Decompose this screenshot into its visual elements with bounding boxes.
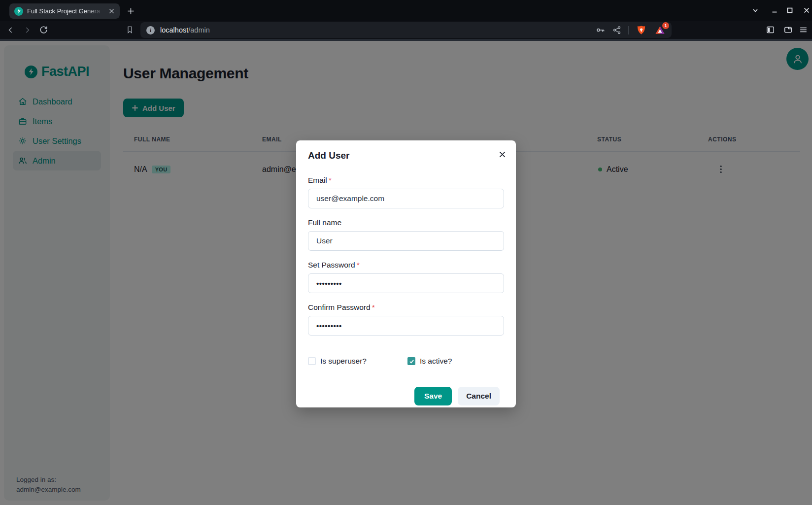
url-bar[interactable]: i localhost /admin	[140, 22, 672, 38]
browser-toolbar: i localhost /admin	[0, 21, 812, 41]
confirm-password-label: Confirm Password*	[308, 303, 504, 312]
site-info-icon[interactable]: i	[146, 26, 155, 34]
tab-strip: Full Stack Project Genera	[0, 0, 812, 21]
wallet-icon[interactable]	[781, 23, 795, 37]
required-asterisk: *	[357, 261, 360, 269]
forward-button[interactable]	[20, 23, 34, 37]
window-maximize-button[interactable]	[783, 4, 796, 16]
checkbox-box[interactable]	[308, 357, 316, 365]
rewards-notification-badge: 1	[662, 22, 669, 29]
password-field[interactable]	[308, 273, 504, 293]
fullname-field[interactable]	[308, 231, 504, 251]
tab-close-icon[interactable]	[107, 7, 116, 16]
password-key-icon[interactable]	[596, 25, 606, 35]
email-field-group: Email*	[308, 176, 504, 218]
url-host: localhost	[160, 26, 188, 34]
modal-close-icon[interactable]	[495, 147, 509, 162]
is-active-checkbox[interactable]: Is active?	[407, 357, 452, 366]
tab-title: Full Stack Project Genera	[27, 7, 103, 15]
sidebar-toggle-icon[interactable]	[763, 23, 777, 37]
fastapi-favicon-icon	[14, 7, 23, 16]
cancel-button[interactable]: Cancel	[458, 387, 500, 405]
password-label: Set Password*	[308, 261, 504, 269]
new-tab-button[interactable]	[124, 4, 137, 17]
password-field-group: Set Password*	[308, 261, 504, 303]
add-user-modal: Add User Email* Full name Set Password* …	[296, 140, 516, 407]
menu-hamburger-icon[interactable]	[796, 23, 810, 37]
modal-title: Add User	[308, 150, 504, 161]
checkbox-box[interactable]	[407, 357, 415, 365]
window-close-button[interactable]	[800, 4, 812, 16]
brave-shield-icon[interactable]	[636, 25, 647, 36]
bookmark-icon[interactable]	[123, 23, 136, 37]
is-active-label: Is active?	[420, 357, 452, 366]
tab-search-chevron-icon[interactable]	[749, 4, 762, 16]
is-superuser-label: Is superuser?	[320, 357, 367, 366]
email-field[interactable]	[308, 189, 504, 208]
page-content: FastAPI Dashboard Items	[0, 41, 812, 505]
reload-button[interactable]	[36, 23, 50, 37]
confirm-password-field-group: Confirm Password*	[308, 303, 504, 345]
window-minimize-button[interactable]	[768, 4, 781, 16]
fullname-label: Full name	[308, 218, 504, 227]
confirm-password-field[interactable]	[308, 316, 504, 336]
required-asterisk: *	[329, 176, 332, 184]
is-superuser-checkbox[interactable]: Is superuser?	[308, 357, 407, 366]
browser-window: Full Stack Project Genera	[0, 0, 812, 505]
back-button[interactable]	[4, 23, 18, 37]
save-button[interactable]: Save	[414, 387, 452, 405]
fullname-field-group: Full name	[308, 218, 504, 261]
email-label: Email*	[308, 176, 504, 185]
required-asterisk: *	[372, 303, 375, 311]
share-icon[interactable]	[612, 26, 621, 34]
toolbar-divider	[628, 26, 629, 34]
url-path: /admin	[188, 26, 210, 34]
browser-tab[interactable]: Full Stack Project Genera	[9, 3, 120, 19]
